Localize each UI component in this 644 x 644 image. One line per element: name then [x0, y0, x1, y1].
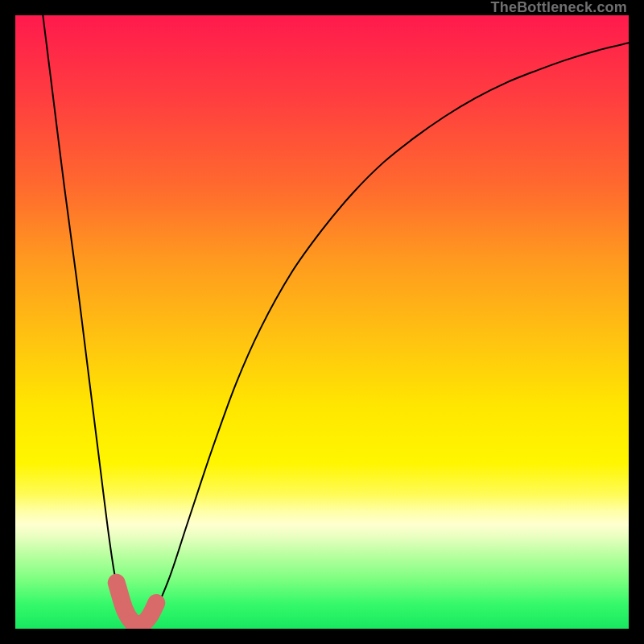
- chart-frame: TheBottleneck.com: [0, 0, 644, 644]
- plot-area: [15, 15, 629, 629]
- marker-dot: [110, 576, 123, 589]
- bottleneck-curve: [15, 15, 629, 629]
- marker-dot: [117, 601, 133, 617]
- watermark-text: TheBottleneck.com: [491, 0, 627, 15]
- curve-path: [43, 15, 629, 626]
